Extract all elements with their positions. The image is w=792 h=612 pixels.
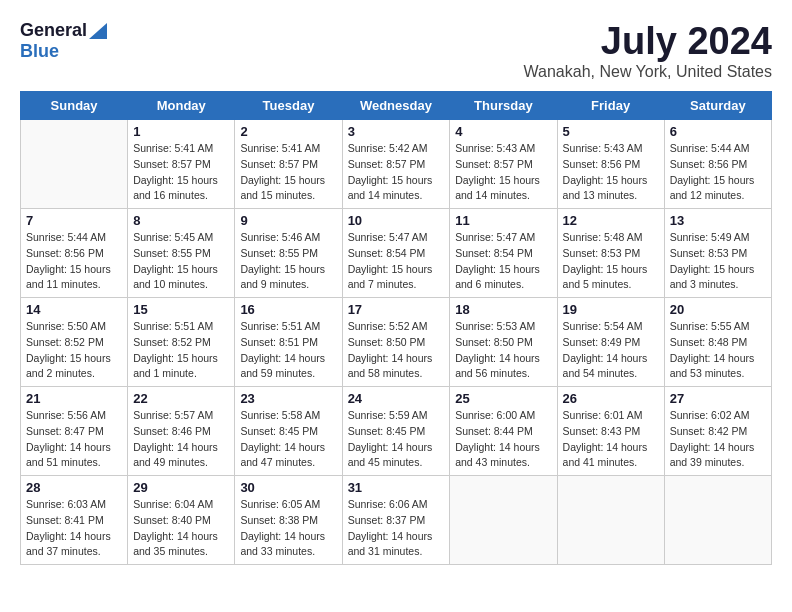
day-cell: 11Sunrise: 5:47 AMSunset: 8:54 PMDayligh… [450, 209, 557, 298]
day-cell: 14Sunrise: 5:50 AMSunset: 8:52 PMDayligh… [21, 298, 128, 387]
day-cell: 8Sunrise: 5:45 AMSunset: 8:55 PMDaylight… [128, 209, 235, 298]
day-info: Sunrise: 6:00 AMSunset: 8:44 PMDaylight:… [455, 408, 551, 471]
day-cell: 16Sunrise: 5:51 AMSunset: 8:51 PMDayligh… [235, 298, 342, 387]
day-cell: 20Sunrise: 5:55 AMSunset: 8:48 PMDayligh… [664, 298, 771, 387]
day-info: Sunrise: 6:01 AMSunset: 8:43 PMDaylight:… [563, 408, 659, 471]
day-info: Sunrise: 5:58 AMSunset: 8:45 PMDaylight:… [240, 408, 336, 471]
day-cell [557, 476, 664, 565]
day-cell: 21Sunrise: 5:56 AMSunset: 8:47 PMDayligh… [21, 387, 128, 476]
day-cell: 5Sunrise: 5:43 AMSunset: 8:56 PMDaylight… [557, 120, 664, 209]
header: General Blue July 2024 Wanakah, New York… [20, 20, 772, 81]
week-row-3: 14Sunrise: 5:50 AMSunset: 8:52 PMDayligh… [21, 298, 772, 387]
day-info: Sunrise: 5:47 AMSunset: 8:54 PMDaylight:… [348, 230, 445, 293]
day-cell [21, 120, 128, 209]
day-cell: 27Sunrise: 6:02 AMSunset: 8:42 PMDayligh… [664, 387, 771, 476]
day-number: 12 [563, 213, 659, 228]
day-info: Sunrise: 5:44 AMSunset: 8:56 PMDaylight:… [26, 230, 122, 293]
day-cell: 6Sunrise: 5:44 AMSunset: 8:56 PMDaylight… [664, 120, 771, 209]
day-number: 6 [670, 124, 766, 139]
day-cell [450, 476, 557, 565]
day-cell: 26Sunrise: 6:01 AMSunset: 8:43 PMDayligh… [557, 387, 664, 476]
day-info: Sunrise: 6:06 AMSunset: 8:37 PMDaylight:… [348, 497, 445, 560]
day-number: 30 [240, 480, 336, 495]
day-info: Sunrise: 5:52 AMSunset: 8:50 PMDaylight:… [348, 319, 445, 382]
day-number: 13 [670, 213, 766, 228]
day-number: 25 [455, 391, 551, 406]
day-cell: 24Sunrise: 5:59 AMSunset: 8:45 PMDayligh… [342, 387, 450, 476]
day-number: 11 [455, 213, 551, 228]
day-cell: 31Sunrise: 6:06 AMSunset: 8:37 PMDayligh… [342, 476, 450, 565]
header-day-friday: Friday [557, 92, 664, 120]
day-cell: 2Sunrise: 5:41 AMSunset: 8:57 PMDaylight… [235, 120, 342, 209]
day-info: Sunrise: 5:41 AMSunset: 8:57 PMDaylight:… [133, 141, 229, 204]
day-number: 1 [133, 124, 229, 139]
calendar-header: SundayMondayTuesdayWednesdayThursdayFrid… [21, 92, 772, 120]
day-info: Sunrise: 5:55 AMSunset: 8:48 PMDaylight:… [670, 319, 766, 382]
day-number: 23 [240, 391, 336, 406]
day-cell: 13Sunrise: 5:49 AMSunset: 8:53 PMDayligh… [664, 209, 771, 298]
day-number: 9 [240, 213, 336, 228]
day-number: 7 [26, 213, 122, 228]
day-number: 8 [133, 213, 229, 228]
day-number: 22 [133, 391, 229, 406]
calendar-body: 1Sunrise: 5:41 AMSunset: 8:57 PMDaylight… [21, 120, 772, 565]
day-number: 26 [563, 391, 659, 406]
day-info: Sunrise: 5:54 AMSunset: 8:49 PMDaylight:… [563, 319, 659, 382]
day-number: 19 [563, 302, 659, 317]
header-day-tuesday: Tuesday [235, 92, 342, 120]
day-info: Sunrise: 5:56 AMSunset: 8:47 PMDaylight:… [26, 408, 122, 471]
svg-marker-0 [89, 23, 107, 39]
day-info: Sunrise: 5:50 AMSunset: 8:52 PMDaylight:… [26, 319, 122, 382]
day-cell: 22Sunrise: 5:57 AMSunset: 8:46 PMDayligh… [128, 387, 235, 476]
day-info: Sunrise: 5:47 AMSunset: 8:54 PMDaylight:… [455, 230, 551, 293]
day-cell: 9Sunrise: 5:46 AMSunset: 8:55 PMDaylight… [235, 209, 342, 298]
day-number: 29 [133, 480, 229, 495]
day-number: 2 [240, 124, 336, 139]
day-info: Sunrise: 6:02 AMSunset: 8:42 PMDaylight:… [670, 408, 766, 471]
header-row: SundayMondayTuesdayWednesdayThursdayFrid… [21, 92, 772, 120]
header-day-sunday: Sunday [21, 92, 128, 120]
day-cell [664, 476, 771, 565]
logo-arrow-icon [89, 23, 107, 39]
day-info: Sunrise: 5:43 AMSunset: 8:56 PMDaylight:… [563, 141, 659, 204]
week-row-1: 1Sunrise: 5:41 AMSunset: 8:57 PMDaylight… [21, 120, 772, 209]
day-info: Sunrise: 5:57 AMSunset: 8:46 PMDaylight:… [133, 408, 229, 471]
day-number: 31 [348, 480, 445, 495]
day-number: 28 [26, 480, 122, 495]
day-info: Sunrise: 5:43 AMSunset: 8:57 PMDaylight:… [455, 141, 551, 204]
day-number: 16 [240, 302, 336, 317]
day-info: Sunrise: 5:46 AMSunset: 8:55 PMDaylight:… [240, 230, 336, 293]
subtitle: Wanakah, New York, United States [524, 63, 772, 81]
day-info: Sunrise: 6:05 AMSunset: 8:38 PMDaylight:… [240, 497, 336, 560]
day-cell: 15Sunrise: 5:51 AMSunset: 8:52 PMDayligh… [128, 298, 235, 387]
header-day-monday: Monday [128, 92, 235, 120]
day-cell: 18Sunrise: 5:53 AMSunset: 8:50 PMDayligh… [450, 298, 557, 387]
day-cell: 30Sunrise: 6:05 AMSunset: 8:38 PMDayligh… [235, 476, 342, 565]
day-info: Sunrise: 6:03 AMSunset: 8:41 PMDaylight:… [26, 497, 122, 560]
day-number: 15 [133, 302, 229, 317]
day-info: Sunrise: 5:51 AMSunset: 8:51 PMDaylight:… [240, 319, 336, 382]
main-title: July 2024 [524, 20, 772, 63]
day-info: Sunrise: 6:04 AMSunset: 8:40 PMDaylight:… [133, 497, 229, 560]
day-number: 5 [563, 124, 659, 139]
week-row-5: 28Sunrise: 6:03 AMSunset: 8:41 PMDayligh… [21, 476, 772, 565]
week-row-2: 7Sunrise: 5:44 AMSunset: 8:56 PMDaylight… [21, 209, 772, 298]
day-number: 3 [348, 124, 445, 139]
day-number: 10 [348, 213, 445, 228]
day-info: Sunrise: 5:42 AMSunset: 8:57 PMDaylight:… [348, 141, 445, 204]
day-number: 14 [26, 302, 122, 317]
week-row-4: 21Sunrise: 5:56 AMSunset: 8:47 PMDayligh… [21, 387, 772, 476]
day-info: Sunrise: 5:49 AMSunset: 8:53 PMDaylight:… [670, 230, 766, 293]
day-info: Sunrise: 5:45 AMSunset: 8:55 PMDaylight:… [133, 230, 229, 293]
day-cell: 10Sunrise: 5:47 AMSunset: 8:54 PMDayligh… [342, 209, 450, 298]
day-number: 24 [348, 391, 445, 406]
day-number: 17 [348, 302, 445, 317]
header-day-wednesday: Wednesday [342, 92, 450, 120]
logo: General Blue [20, 20, 107, 62]
day-info: Sunrise: 5:51 AMSunset: 8:52 PMDaylight:… [133, 319, 229, 382]
day-info: Sunrise: 5:44 AMSunset: 8:56 PMDaylight:… [670, 141, 766, 204]
day-cell: 23Sunrise: 5:58 AMSunset: 8:45 PMDayligh… [235, 387, 342, 476]
day-cell: 1Sunrise: 5:41 AMSunset: 8:57 PMDaylight… [128, 120, 235, 209]
day-cell: 12Sunrise: 5:48 AMSunset: 8:53 PMDayligh… [557, 209, 664, 298]
day-number: 21 [26, 391, 122, 406]
